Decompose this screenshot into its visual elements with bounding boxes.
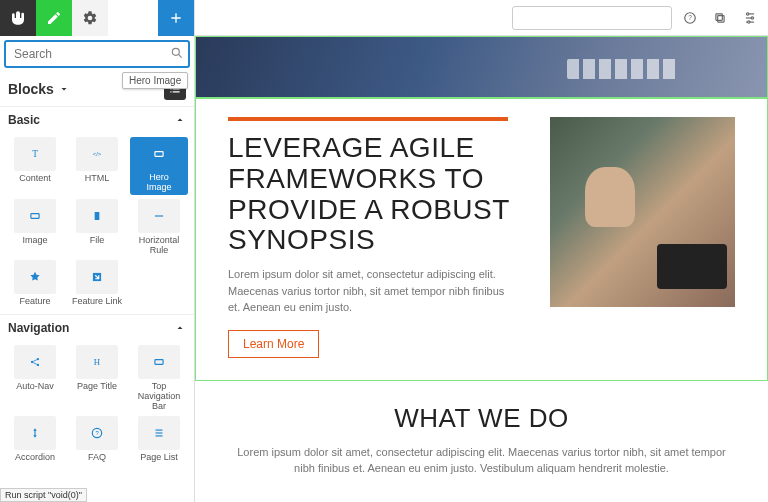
feature-block[interactable]: Leverage agile frameworks to provide a r… <box>195 98 768 381</box>
plus-icon <box>168 10 184 26</box>
caret-down-icon <box>58 83 70 95</box>
block-content-icon: T <box>14 137 56 171</box>
svg-line-13 <box>33 363 37 365</box>
svg-text:?: ? <box>688 14 692 21</box>
svg-text:H: H <box>94 357 101 367</box>
sidebar: Hero Image Blocks Basic TContent</>HTMLH… <box>0 0 195 502</box>
svg-point-0 <box>172 48 179 55</box>
svg-point-32 <box>748 20 750 22</box>
block-file[interactable]: File <box>68 199 126 256</box>
block-accordion-label: Accordion <box>15 453 55 463</box>
feature-desc: Lorem ipsum dolor sit amet, consectetur … <box>228 266 508 316</box>
block-autonav-label: Auto-Nav <box>16 382 54 392</box>
block-image-icon <box>14 199 56 233</box>
hero-banner-block[interactable] <box>195 36 768 98</box>
canvas[interactable]: Leverage agile frameworks to provide a r… <box>195 36 768 502</box>
edit-button[interactable] <box>36 0 72 36</box>
block-hero-image[interactable]: Hero Image <box>130 137 188 195</box>
section-basic-header[interactable]: Basic <box>0 106 194 133</box>
search-wrap: Hero Image <box>0 36 194 72</box>
block-html[interactable]: </>HTML <box>68 137 126 195</box>
block-feature[interactable]: Feature <box>6 260 64 307</box>
home-button[interactable] <box>0 0 36 36</box>
block-autonav[interactable]: Auto-Nav <box>6 345 64 412</box>
svg-line-1 <box>178 54 181 57</box>
hand-icon <box>10 10 26 26</box>
block-accordion-icon <box>14 416 56 450</box>
svg-rect-15 <box>155 360 163 365</box>
copy-button[interactable] <box>708 6 732 30</box>
block-content[interactable]: TContent <box>6 137 64 195</box>
svg-point-11 <box>37 364 39 366</box>
panel-title[interactable]: Blocks <box>8 81 70 97</box>
add-button[interactable] <box>158 0 194 36</box>
block-topnav[interactable]: Top Navigation Bar <box>130 345 188 412</box>
feature-text: Leverage agile frameworks to provide a r… <box>228 117 526 358</box>
svg-rect-26 <box>716 13 722 19</box>
section-navigation-header[interactable]: Navigation <box>0 314 194 341</box>
block-accordion[interactable]: Accordion <box>6 416 64 463</box>
settings-button[interactable] <box>72 0 108 36</box>
main: ? Leverage agile frameworks to provide a… <box>195 0 768 502</box>
search-icon <box>170 46 184 63</box>
help-icon: ? <box>683 11 697 25</box>
block-feature-link-icon <box>76 260 118 294</box>
block-content-label: Content <box>19 174 51 184</box>
svg-text:T: T <box>32 149 38 159</box>
copy-icon <box>713 11 727 25</box>
section-basic-title: Basic <box>8 113 40 127</box>
main-toolbar: ? <box>195 0 768 36</box>
tooltip: Hero Image <box>122 72 188 89</box>
svg-point-9 <box>31 361 33 363</box>
svg-point-30 <box>747 12 749 14</box>
block-feature-label: Feature <box>19 297 50 307</box>
block-hero-image-label: Hero Image <box>132 171 186 195</box>
svg-rect-6 <box>95 212 100 220</box>
what-desc: Lorem ipsum dolor sit amet, consectetur … <box>235 444 728 477</box>
block-html-icon: </> <box>76 137 118 171</box>
main-search-input[interactable] <box>512 6 672 30</box>
sidebar-toolbar <box>0 0 194 36</box>
block-page-title[interactable]: HPage Title <box>68 345 126 412</box>
block-hr-icon <box>138 199 180 233</box>
gear-icon <box>82 10 98 26</box>
learn-more-button[interactable]: Learn More <box>228 330 319 358</box>
feature-title: Leverage agile frameworks to provide a r… <box>228 133 526 256</box>
help-button[interactable]: ? <box>678 6 702 30</box>
svg-text:?: ? <box>95 430 99 436</box>
panel-title-text: Blocks <box>8 81 54 97</box>
chevron-up-icon <box>174 322 186 334</box>
section-navigation-title: Navigation <box>8 321 69 335</box>
block-page-title-icon: H <box>76 345 118 379</box>
svg-line-12 <box>33 360 37 362</box>
block-feature-icon <box>14 260 56 294</box>
block-image[interactable]: Image <box>6 199 64 256</box>
block-faq-label: FAQ <box>88 453 106 463</box>
block-image-label: Image <box>22 236 47 246</box>
block-file-icon <box>76 199 118 233</box>
chevron-up-icon <box>174 114 186 126</box>
block-page-list[interactable]: Page List <box>130 416 188 463</box>
pencil-icon <box>46 10 62 26</box>
search-input[interactable] <box>4 40 190 68</box>
block-html-label: HTML <box>85 174 110 184</box>
main-search-wrap <box>512 6 672 30</box>
status-bar: Run script "void(0)" <box>0 488 87 502</box>
block-grid-basic: TContent</>HTMLHero ImageImageFileHorizo… <box>0 133 194 314</box>
block-hero-image-icon <box>138 137 180 171</box>
what-title: What We Do <box>235 403 728 434</box>
block-feature-link[interactable]: Feature Link <box>68 260 126 307</box>
block-faq[interactable]: ?FAQ <box>68 416 126 463</box>
sliders-icon <box>743 11 757 25</box>
svg-rect-5 <box>31 213 39 218</box>
block-page-title-label: Page Title <box>77 382 117 392</box>
block-autonav-icon <box>14 345 56 379</box>
what-we-do-block[interactable]: What We Do Lorem ipsum dolor sit amet, c… <box>195 381 768 499</box>
feature-image <box>550 117 735 307</box>
block-page-list-label: Page List <box>140 453 178 463</box>
block-hr[interactable]: Horizontal Rule <box>130 199 188 256</box>
block-topnav-icon <box>138 345 180 379</box>
tune-button[interactable] <box>738 6 762 30</box>
svg-rect-25 <box>718 15 724 21</box>
block-faq-icon: ? <box>76 416 118 450</box>
